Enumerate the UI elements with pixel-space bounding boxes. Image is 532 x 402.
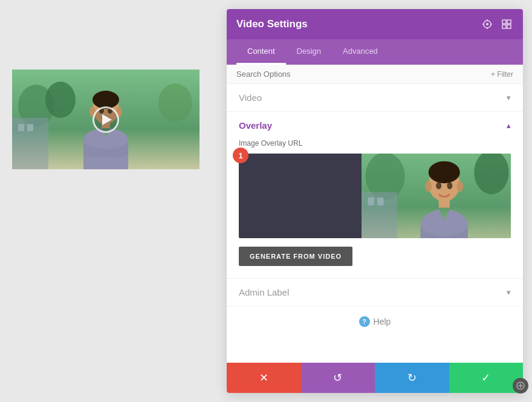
preview-image bbox=[12, 70, 199, 169]
svg-point-35 bbox=[436, 182, 441, 189]
svg-rect-29 bbox=[377, 198, 383, 206]
badge-1: 1 bbox=[233, 148, 248, 163]
image-overlay-box[interactable] bbox=[239, 154, 511, 238]
svg-point-36 bbox=[447, 182, 452, 189]
chevron-down-icon: ▾ bbox=[507, 93, 511, 102]
overlay-section-header[interactable]: Overlay ▴ bbox=[227, 112, 523, 139]
chevron-up-icon: ▴ bbox=[507, 121, 511, 130]
svg-rect-5 bbox=[18, 124, 24, 131]
tab-content[interactable]: Content bbox=[236, 39, 286, 65]
svg-rect-6 bbox=[27, 124, 33, 131]
undo-icon: ↺ bbox=[333, 371, 342, 384]
svg-point-31 bbox=[428, 161, 459, 183]
tab-design[interactable]: Design bbox=[286, 39, 332, 65]
cancel-icon: ✕ bbox=[259, 371, 268, 384]
help-icon[interactable]: ? bbox=[359, 316, 370, 327]
undo-button[interactable]: ↺ bbox=[301, 363, 375, 393]
overlay-photo bbox=[362, 154, 511, 238]
svg-rect-22 bbox=[502, 25, 506, 28]
filter-button[interactable]: + Filter bbox=[491, 70, 513, 79]
svg-rect-20 bbox=[502, 20, 506, 24]
redo-button[interactable]: ↻ bbox=[375, 363, 449, 393]
video-section-title: Video bbox=[239, 92, 262, 103]
tab-advanced[interactable]: Advanced bbox=[332, 39, 389, 65]
play-button[interactable] bbox=[92, 106, 119, 133]
svg-rect-28 bbox=[368, 198, 374, 206]
help-label[interactable]: Help bbox=[374, 317, 391, 326]
play-icon bbox=[102, 114, 112, 125]
panel-content: Video ▾ Overlay ▴ Image Overlay URL 1 bbox=[227, 84, 523, 363]
admin-label-section-header[interactable]: Admin Label ▾ bbox=[227, 279, 523, 306]
generate-from-video-button[interactable]: GENERATE FROM VIDEO bbox=[239, 247, 352, 266]
expand-icon[interactable] bbox=[500, 18, 513, 31]
redo-icon: ↻ bbox=[407, 371, 417, 384]
search-bar: + Filter bbox=[227, 65, 523, 84]
svg-rect-32 bbox=[438, 200, 449, 208]
help-row: ? Help bbox=[227, 306, 523, 337]
header-icons bbox=[481, 18, 513, 31]
confirm-button[interactable]: ✓ bbox=[449, 363, 524, 393]
overlay-photo-svg bbox=[362, 154, 511, 238]
svg-rect-21 bbox=[507, 20, 511, 24]
svg-rect-23 bbox=[507, 25, 511, 28]
svg-point-34 bbox=[456, 181, 462, 192]
video-preview bbox=[12, 70, 199, 169]
overlay-section-title: Overlay bbox=[239, 120, 272, 131]
search-input[interactable] bbox=[236, 70, 491, 79]
tabs-bar: Content Design Advanced bbox=[227, 39, 523, 65]
scroll-indicator bbox=[513, 378, 528, 394]
video-section: Video ▾ bbox=[227, 84, 523, 112]
overlay-section-body: Image Overlay URL 1 bbox=[227, 139, 523, 278]
bottom-bar: ✕ ↺ ↻ ✓ bbox=[227, 363, 523, 393]
overlay-section: Overlay ▴ Image Overlay URL 1 bbox=[227, 112, 523, 279]
video-settings-panel: Video Settings bbox=[227, 9, 523, 393]
image-overlay-label: Image Overlay URL bbox=[239, 139, 511, 148]
image-overlay-container: 1 bbox=[239, 154, 511, 238]
svg-point-33 bbox=[425, 181, 431, 192]
svg-point-15 bbox=[486, 23, 488, 25]
panel-header: Video Settings bbox=[227, 9, 523, 39]
video-section-header[interactable]: Video ▾ bbox=[227, 84, 523, 111]
panel-title: Video Settings bbox=[236, 18, 308, 30]
target-icon[interactable] bbox=[481, 18, 494, 31]
confirm-icon: ✓ bbox=[481, 371, 490, 384]
svg-point-3 bbox=[158, 83, 192, 122]
admin-label-section-title: Admin Label bbox=[239, 287, 289, 297]
admin-label-section: Admin Label ▾ bbox=[227, 279, 523, 306]
chevron-down-icon-admin: ▾ bbox=[507, 288, 511, 297]
cancel-button[interactable]: ✕ bbox=[227, 363, 301, 393]
svg-point-2 bbox=[45, 82, 76, 118]
